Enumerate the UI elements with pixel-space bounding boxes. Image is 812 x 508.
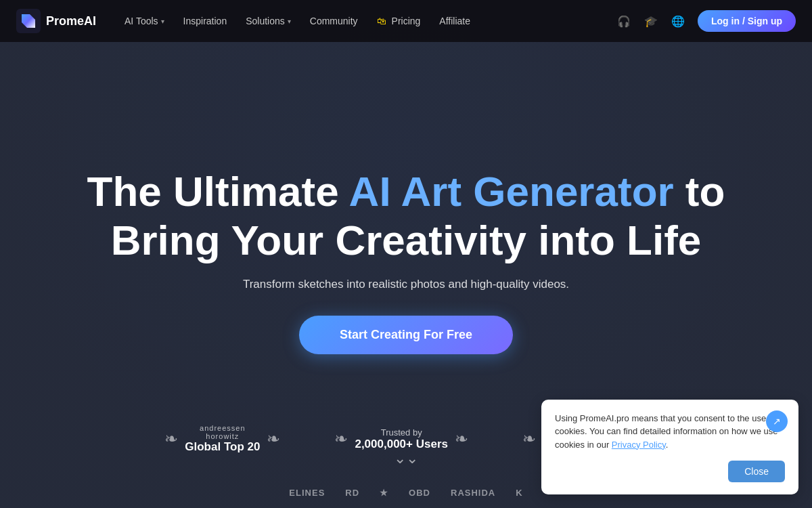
award-subtitle-2: Trusted by: [355, 427, 448, 438]
award-item-users: ❧ Trusted by 2,000,000+ Users ❧: [334, 427, 468, 451]
nav-item-inspiration[interactable]: Inspiration: [174, 0, 237, 42]
hero-title: The Ultimate AI Art Generator to Bring Y…: [87, 167, 725, 264]
nav-item-pricing[interactable]: 🛍 Pricing: [367, 0, 430, 42]
chevron-down-2-icon: ▾: [288, 18, 291, 25]
language-button[interactable]: 🌐: [667, 9, 690, 33]
start-creating-button[interactable]: Start Creating For Free: [299, 316, 513, 354]
hero-subtitle: Transform sketches into realistic photos…: [87, 278, 725, 291]
headphones-button[interactable]: 🎧: [612, 9, 635, 33]
cookie-text: Using PromeAI.pro means that you consent…: [555, 412, 785, 452]
cookie-banner: ↗ Using PromeAI.pro means that you conse…: [541, 400, 798, 495]
nav-item-affiliate[interactable]: Affiliate: [430, 0, 480, 42]
hero-title-part2: to: [674, 168, 725, 215]
share-icon-button[interactable]: ↗: [766, 410, 788, 432]
award-inner-2: Trusted by 2,000,000+ Users: [355, 427, 448, 451]
laurel-left-2-icon: ❧: [334, 429, 348, 448]
logo-rd: RD: [345, 488, 359, 498]
award-laurel-2: ❧ Trusted by 2,000,000+ Users ❧: [334, 427, 468, 451]
award-title-1: Global Top 20: [185, 440, 260, 454]
logo-star: ★: [380, 488, 388, 498]
award-brand-1: andreessen horowitz: [185, 424, 260, 440]
award-title-2: 2,000,000+ Users: [355, 438, 448, 451]
nav-item-solutions[interactable]: Solutions ▾: [236, 0, 300, 42]
navbar: PromeAI AI Tools ▾ Inspiration Solutions…: [0, 0, 812, 42]
hero-content: The Ultimate AI Art Generator to Bring Y…: [60, 167, 752, 354]
nav-item-community[interactable]: Community: [300, 0, 367, 42]
award-inner-1: andreessen horowitz Global Top 20: [185, 424, 260, 454]
logo-rashida: RASHIDA: [451, 488, 495, 498]
hero-title-accent: AI Art Generator: [349, 168, 674, 215]
logo-icon: [16, 9, 41, 33]
laurel-right-icon: ❧: [267, 429, 280, 448]
nav-icons: 🎧 🎓 🌐: [612, 9, 690, 33]
chevron-down-icon: ▾: [161, 18, 164, 25]
hero-title-line2: Bring Your Creativity into Life: [111, 217, 702, 263]
logo-obd: OBD: [409, 488, 430, 498]
graduation-cap-button[interactable]: 🎓: [639, 9, 662, 33]
laurel-right-2-icon: ❧: [455, 429, 468, 448]
hero-title-part1: The Ultimate: [87, 168, 349, 215]
award-laurel-1: ❧ andreessen horowitz Global Top 20 ❧: [164, 424, 280, 454]
cookie-actions: Close: [555, 461, 785, 482]
laurel-left-3-icon: ❧: [522, 429, 536, 448]
login-signup-button[interactable]: Log in / Sign up: [698, 10, 796, 32]
nav-item-ai-tools[interactable]: AI Tools ▾: [115, 0, 174, 42]
logo-k: K: [516, 488, 522, 498]
logo-text: PromeAI: [46, 14, 96, 28]
logo-elines: ELINES: [289, 488, 325, 498]
privacy-policy-link[interactable]: Privacy Policy: [612, 440, 666, 450]
scroll-down-arrow[interactable]: ⌄⌄: [394, 450, 418, 467]
pricing-bag-icon: 🛍: [377, 16, 386, 26]
cookie-close-button[interactable]: Close: [728, 461, 785, 482]
logo-link[interactable]: PromeAI: [16, 9, 96, 33]
laurel-left-icon: ❧: [164, 429, 178, 448]
award-item-andreessen: ❧ andreessen horowitz Global Top 20 ❧: [164, 424, 280, 454]
